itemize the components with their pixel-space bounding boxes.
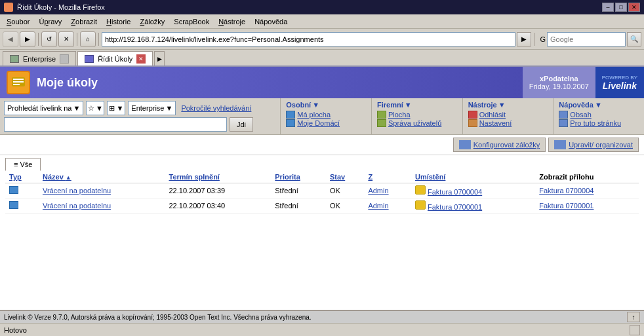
menu-nastroje[interactable]: Nástroje [214, 16, 249, 27]
nav-odhlasit[interactable]: Odhlásit [468, 111, 548, 119]
star-arrow: ▼ [96, 104, 103, 112]
col-z[interactable]: Z [364, 171, 411, 183]
row1-zobrazit-link[interactable]: Faktura 0700004 [539, 187, 594, 195]
nav-pro-tuto-stranku[interactable]: Pro tuto stránku [559, 119, 639, 127]
nav-section-osobni-header[interactable]: Osobní ▼ [286, 101, 366, 109]
row2-nazev-link[interactable]: Vrácení na podatelnu [43, 202, 111, 210]
row1-z-link[interactable]: Admin [368, 187, 388, 195]
menu-napoveda[interactable]: Nápověda [251, 16, 291, 27]
col-nazev[interactable]: Název ▲ [39, 171, 165, 183]
status-text: Hotovo [4, 326, 27, 334]
search-button[interactable]: 🔍 [627, 32, 641, 47]
address-bar [102, 32, 515, 47]
tab-scroll-right[interactable]: ▶ [154, 51, 165, 65]
browser-tab-ridiit-ukoly[interactable]: Řídit Úkoly ✕ [77, 51, 153, 65]
browser-tab-bar: Enterprise Řídit Úkoly ✕ ▶ [0, 50, 644, 67]
minimize-button[interactable]: – [602, 3, 614, 12]
config-bar: Konfigurovat záložky Upravit/ organizova… [0, 135, 644, 155]
row2-termin: 22.10.2007 03:40 [165, 198, 271, 214]
jdi-button[interactable]: Jdi [230, 117, 253, 132]
menu-historie[interactable]: Historie [102, 16, 134, 27]
col-typ[interactable]: Typ [5, 171, 39, 183]
navigation-bar: ◀ ▶ ↺ ✕ ⌂ ▶ G 🔍 [0, 29, 644, 50]
window-title: Řídit Úkoly - Mozilla Firefox [17, 3, 105, 11]
search-dropdown[interactable]: Prohledát livelink na ▼ [4, 101, 83, 115]
col-stav[interactable]: Stav [326, 171, 364, 183]
row2-zobrazit-link[interactable]: Faktura 0700001 [539, 202, 594, 210]
title-bar: Řídit Úkoly - Mozilla Firefox – □ ✕ [0, 0, 644, 14]
firemni-label: Firemní [377, 101, 403, 109]
menu-zalozky[interactable]: Záložky [136, 16, 169, 27]
col-umisteni[interactable]: Umístění [411, 171, 535, 183]
forward-button[interactable]: ▶ [20, 31, 35, 47]
enterprise-dropdown[interactable]: Enterprise ▼ [128, 101, 176, 115]
status-icon [630, 325, 640, 335]
footer-right: ↑ [627, 312, 640, 322]
search-input[interactable] [547, 32, 626, 47]
tab-vse[interactable]: ≡ Vše [5, 158, 41, 171]
tasks-table: Typ Název ▲ Termín splnění Priorita Stav… [5, 171, 639, 214]
row1-nazev-link[interactable]: Vrácení na podatelnu [43, 187, 111, 195]
nav-plocha[interactable]: Plocha [377, 111, 457, 119]
refresh-button[interactable]: ↺ [41, 31, 57, 47]
nav-obsah[interactable]: Obsah [559, 111, 639, 119]
nav-sprava-uzivatelu[interactable]: Správa uživatelů [377, 119, 457, 127]
page-title: Moje úkoly [37, 76, 98, 90]
nav-ma-plocha[interactable]: Má plocha [286, 111, 366, 119]
konfigurovat-icon [459, 140, 471, 149]
col-priorita[interactable]: Priorita [271, 171, 326, 183]
nav-section-firemni-header[interactable]: Firemní ▼ [377, 101, 457, 109]
ma-plocha-label: Má plocha [297, 111, 331, 119]
nav-section-napoveda-header[interactable]: Nápověda ▼ [559, 101, 639, 109]
row1-umisteni-icon [415, 185, 426, 195]
col-zobrazit: Zobrazit přílohu [535, 171, 639, 183]
advanced-search-link[interactable]: Pokročilé vyhledávání [181, 104, 251, 112]
enterprise-tab-label: Enterprise [23, 55, 56, 63]
scroll-up-button[interactable]: ↑ [627, 312, 640, 322]
obsah-label: Obsah [570, 111, 591, 119]
top-nav-row: Prohledát livelink na ▼ ☆ ▼ ⊞ ▼ Enterpri… [0, 98, 644, 135]
menu-soubor[interactable]: Soubor [3, 16, 33, 27]
odhlasit-label: Odhlásit [479, 111, 506, 119]
menu-scrapbook[interactable]: ScrapBook [170, 16, 213, 27]
upravit-organizovat-button[interactable]: Upravit/ organizovat [548, 138, 639, 152]
footer-nav: Livelink © Verze 9.7.0, Autorská práva a… [0, 310, 644, 323]
plocha-label: Plocha [388, 111, 411, 119]
row1-type-icon [9, 186, 18, 194]
maximize-button[interactable]: □ [615, 3, 627, 12]
plocha-icon [377, 111, 386, 119]
nav-section-firemni: Firemní ▼ Plocha Správa uživatelů [372, 98, 463, 134]
nastroje-arrow: ▼ [498, 101, 506, 109]
nav-section-osobni: Osobní ▼ Má plocha Moje Domácí [281, 98, 372, 134]
row2-z-link[interactable]: Admin [368, 202, 388, 210]
back-button[interactable]: ◀ [3, 31, 18, 47]
nav-moje-domaci[interactable]: Moje Domácí [286, 119, 366, 127]
nastroje-label: Nástroje [468, 101, 497, 109]
row2-priorita: Střední [271, 198, 326, 214]
row2-stav: OK [326, 198, 364, 214]
row2-umisteni-link[interactable]: Faktura 0700001 [428, 203, 482, 211]
home-button[interactable]: ⌂ [80, 31, 96, 47]
close-button[interactable]: ✕ [628, 3, 640, 12]
main-search-input[interactable] [4, 117, 227, 132]
svg-rect-1 [13, 79, 24, 80]
url-input[interactable] [105, 35, 512, 43]
grid-dropdown[interactable]: ⊞ ▼ [107, 101, 125, 115]
header-icon [7, 71, 30, 94]
menu-zobrazit[interactable]: Zobrazit [67, 16, 101, 27]
star-dropdown[interactable]: ☆ ▼ [86, 101, 104, 115]
nav-separator [38, 33, 39, 46]
header-banner: Moje úkoly xPodatelna Friday, 19.10.2007… [0, 67, 644, 98]
ridiit-tab-close-button[interactable]: ✕ [136, 54, 146, 64]
tasks-icon [10, 75, 26, 90]
pro-tuto-icon [559, 119, 568, 127]
col-termin[interactable]: Termín splnění [165, 171, 271, 183]
browser-tab-enterprise[interactable]: Enterprise [3, 51, 76, 65]
row1-umisteni-link[interactable]: Faktura 0700004 [428, 188, 482, 196]
go-button[interactable]: ▶ [517, 32, 531, 47]
nav-section-nastroje-header[interactable]: Nástroje ▼ [468, 101, 548, 109]
stop-button[interactable]: ✕ [58, 31, 74, 47]
konfigurovat-zalozky-button[interactable]: Konfigurovat záložky [453, 138, 546, 152]
menu-upravy[interactable]: Úpravy [35, 16, 66, 27]
nav-nastaveni[interactable]: Nastavení [468, 119, 548, 127]
